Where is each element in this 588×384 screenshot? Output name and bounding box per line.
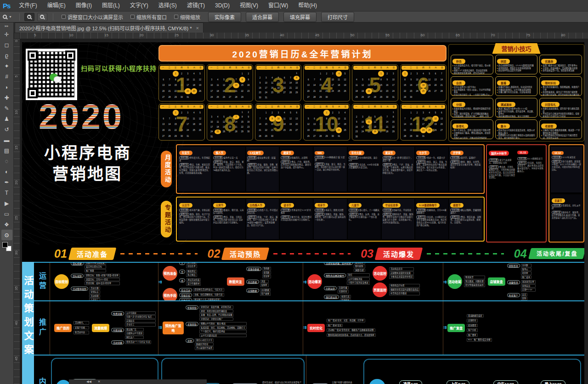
- quick-select-tool[interactable]: ✦: [1, 61, 12, 71]
- activity-name: 6.18暑期购物节: [416, 203, 439, 208]
- mindmap-node: 活动爆发: [307, 274, 322, 289]
- tip-line: 多档满减叠加优惠券，放大让利感知: [497, 115, 536, 118]
- checkbox-细微缩放[interactable]: 细微缩放: [174, 13, 200, 21]
- send-time-box: 群发时间凌晨4:00全天曝光最低点上午8:00上半天曝光最高点中午12:00午间…: [363, 359, 581, 384]
- strip-label: 月度活动: [161, 151, 172, 187]
- mindmap-branch: 渠道数据完成度: [467, 314, 492, 318]
- branch-label: 常规手段: [179, 293, 192, 297]
- festival-theme: 活动主题双节气氛浓厚天，团圆营销正当时: [489, 158, 515, 164]
- branch-item: 店铺转化: [467, 319, 478, 322]
- activity-card: 白色情人节活动主题白色情人节，不可错过的告白礼适用行业美妆、个护、珠宝、服饰等，…: [246, 199, 279, 239]
- brush-tool[interactable]: ✎: [1, 103, 12, 113]
- phase-cell: 推广目的活动曝光，引流获客老客户的唤醒促活新活动内容触达用户流量梳理免费流量公众…: [50, 301, 158, 355]
- activity-industry: 适用行业美妆、珠宝、鲜花、生鲜等，加深新行业可以来打第一波一活动，表白季提升转化…: [315, 163, 346, 171]
- menu-item-图像[interactable]: 图像(I): [71, 0, 97, 11]
- menu-item-文件[interactable]: 文件(F): [14, 0, 42, 11]
- strip-label: 专题活动: [161, 201, 172, 237]
- history-brush-tool[interactable]: ↺: [1, 124, 12, 135]
- branch-item: 使用数: [262, 271, 271, 275]
- theme-label: 活动主题: [383, 209, 393, 212]
- blur-tool[interactable]: ◌: [1, 156, 12, 166]
- taskbar-peek[interactable]: ◀◀ ✕: [69, 379, 207, 384]
- activity-theme: 活动主题阳春四月，过清明: [281, 156, 312, 159]
- highlighted-date: 9: [269, 116, 275, 122]
- phase-number: 03: [361, 247, 373, 260]
- zoom-in-button[interactable]: +: [24, 13, 34, 21]
- lasso-tool[interactable]: ϱ: [1, 50, 12, 61]
- checkbox-缩放所有窗口[interactable]: 缩放所有窗口: [130, 13, 167, 21]
- menu-item-文字[interactable]: 文字(Y): [125, 0, 153, 11]
- shape-tool[interactable]: ▭: [1, 209, 12, 219]
- strip-cards: 元旦节活动主题新年新气象，全新启航适用行业服饰、鞋包、电子产品等，跨年期间用户可…: [176, 197, 485, 242]
- menu-item-滤镜[interactable]: 滤镜(T): [182, 0, 210, 11]
- mindmap-group: 推广目的活动曝光，引流获客老客户的唤醒促活新活动内容触达用户: [54, 321, 89, 335]
- checkbox-label: 细微缩放: [180, 13, 200, 21]
- mindmap-node: 内容: [56, 380, 71, 384]
- festival-industry: 适用行业全品类，电商年度狂欢节，通过多类玩法提前蓄水锁定用户，冲刺全年销售最高点…: [517, 161, 544, 172]
- mindmap-node: 实时优化: [307, 324, 325, 332]
- crop-tool[interactable]: #: [1, 71, 12, 82]
- menu-item-窗口[interactable]: 窗口(W): [263, 0, 293, 11]
- phase-label-text: 活动预热: [230, 249, 261, 259]
- phase-number: 04: [514, 247, 527, 260]
- canvas-area[interactable]: 5101520253035404550556065707580 05101520…: [14, 33, 588, 384]
- mindmap-node: 数据关注: [227, 277, 244, 286]
- activity-theme: 活动主题母亲节，感恩大回馈: [315, 209, 346, 212]
- menu-item-编辑[interactable]: 编辑(E): [42, 0, 71, 11]
- branch-item: 小程序订阅消息及推送: [347, 281, 370, 285]
- branch-item: 收割引流: [340, 295, 351, 299]
- menu-item-3D[interactable]: 3D(D): [210, 0, 235, 11]
- eraser-tool[interactable]: ▬: [1, 135, 12, 145]
- rewind-icon[interactable]: ◀◀: [86, 379, 91, 384]
- branch-item: 推广“素材”优化: [327, 324, 343, 328]
- type-tool[interactable]: T: [1, 187, 12, 198]
- activity-industry: 适用行业食品、生鲜、家居百货等，结合年前用户消费习惯，推出年货爆款：坚果礼盒/零…: [179, 163, 210, 174]
- checkbox-调整窗口大小以满屏显示[interactable]: 调整窗口大小以满屏显示: [62, 13, 123, 21]
- button-填充屏幕[interactable]: 填充屏幕: [283, 12, 317, 22]
- healing-brush-tool[interactable]: ✚: [1, 92, 12, 103]
- foreground-color-swatch[interactable]: [2, 242, 8, 248]
- close-icon[interactable]: ✕: [98, 379, 101, 384]
- zoom-tool[interactable]: ⊙: [1, 230, 12, 240]
- branch-item: 企业员工: [125, 323, 156, 327]
- button-打印尺寸[interactable]: 打印尺寸: [321, 12, 354, 22]
- activity-name: 元宵节: [213, 203, 226, 208]
- menu-item-图层[interactable]: 图层(L): [97, 0, 125, 11]
- phase-number: 02: [208, 247, 220, 260]
- activity-card: 520活动主题5.20网络表白“爱”大促销适用行业美妆、珠宝、鲜花、生鲜等，加深…: [314, 147, 347, 192]
- row-label: 推广: [34, 301, 50, 355]
- menu-item-帮助[interactable]: 帮助(H): [293, 0, 322, 11]
- branch-item: 营销玩法: [89, 290, 100, 294]
- marquee-tool[interactable]: ◻: [1, 40, 12, 50]
- path-select-tool[interactable]: ▶: [1, 198, 12, 209]
- menu-item-选择[interactable]: 选择(S): [153, 0, 182, 11]
- zoom-out-button[interactable]: −: [37, 13, 47, 21]
- collapse-icon[interactable]: ▸▸: [5, 24, 8, 28]
- branch-item: 热点爆品: [186, 273, 197, 277]
- industry-label: 适用行业: [349, 163, 359, 166]
- branch-item: 营销活动：裂变传播、老带新活动: [199, 305, 233, 309]
- pen-tool[interactable]: ✒: [1, 177, 12, 187]
- hand-tool[interactable]: ❖: [1, 219, 12, 230]
- close-icon[interactable]: ×: [196, 25, 198, 31]
- menu-item-视图[interactable]: 视图(V): [235, 0, 263, 11]
- mindmap-branch: 新活动内容触达用户: [74, 331, 89, 335]
- color-swatches[interactable]: [2, 242, 11, 251]
- dodge-tool[interactable]: ◐: [1, 166, 12, 177]
- clone-stamp-tool[interactable]: ♟: [1, 113, 12, 124]
- document-tab[interactable]: 2020小程序电商营销地图.jpg @ 12.5% (扫码可以获得小程序扶持, …: [15, 23, 204, 33]
- branch-item: 根据转化情况及时调整页面商品: [389, 288, 420, 292]
- theme-label: 活动主题: [315, 156, 325, 159]
- mindmap-branch: 推广费率: [467, 333, 492, 338]
- gradient-tool[interactable]: ▤: [1, 145, 12, 156]
- button-适合屏幕[interactable]: 适合屏幕: [246, 12, 279, 22]
- activity-name: 年货节: [179, 151, 192, 155]
- move-tool[interactable]: ✛: [1, 29, 12, 40]
- festival-industry: 适用行业数码电子、服饰等，结合圣诞暖冬礼盒进行传播，营造圣诞老人送礼的节日气氛。: [552, 211, 581, 220]
- branch-label: 预售商品尾款催付: [324, 273, 346, 277]
- ruler-corner: [14, 33, 20, 39]
- eyedropper-tool[interactable]: ◗: [1, 82, 12, 92]
- mindmap-branch: 店铺数据访问数据用户画像: [246, 288, 271, 296]
- button-实际像素[interactable]: 实际像素: [208, 12, 241, 22]
- zoom-tool-preset[interactable]: ▼: [0, 15, 15, 19]
